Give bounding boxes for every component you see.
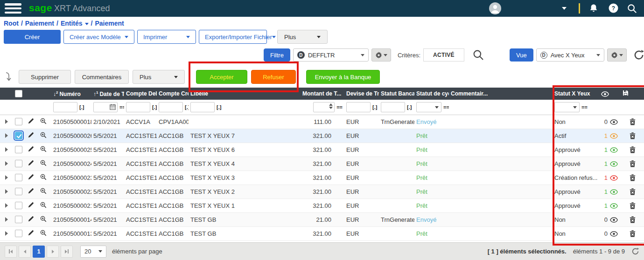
cell-delete[interactable]	[621, 143, 644, 157]
user-avatar[interactable]	[489, 2, 501, 16]
row-checkbox-cell[interactable]	[13, 143, 26, 157]
cell-eye-count[interactable]: 0	[599, 212, 621, 226]
creer-avec-modele-button[interactable]: Créer avec Modèle	[63, 30, 134, 44]
filter-operator[interactable]: [.]	[152, 104, 157, 110]
edit-icon[interactable]	[28, 132, 34, 138]
col-header-montant[interactable]: Montant de T...	[301, 88, 344, 100]
vue-dropdown[interactable]: D Avec X Yeux	[536, 48, 604, 62]
row-checkbox[interactable]	[15, 202, 22, 209]
col-header-statut_x[interactable]: Statut X Yeux	[553, 88, 599, 100]
table-row[interactable]: 2105050000182/10/2021ACCV1ACPV1AA0000...…	[0, 115, 644, 129]
refuser-button[interactable]: Refuser	[251, 70, 296, 84]
row-expander[interactable]	[0, 171, 13, 185]
col-header-debit[interactable]: Compte Debi...	[124, 88, 157, 100]
row-expander[interactable]	[0, 129, 13, 143]
table-row[interactable]: 2105050000245/5/2021ACC1STE1ED...ACC1GBT…	[0, 157, 644, 171]
row-checkbox-cell[interactable]	[13, 185, 26, 198]
edit-icon[interactable]	[28, 174, 34, 180]
cell-eye-count[interactable]: 1	[599, 185, 621, 198]
filter-operator[interactable]: [.]	[372, 104, 377, 110]
row-zoom-cell[interactable]	[38, 129, 51, 143]
row-checkbox[interactable]	[15, 118, 22, 125]
row-edit-cell[interactable]	[26, 129, 38, 143]
col-header-libelle[interactable]: Libelle	[189, 88, 301, 100]
cell-delete[interactable]	[621, 115, 644, 129]
row-expander[interactable]	[0, 143, 13, 157]
row-expander[interactable]	[0, 226, 13, 240]
table-row[interactable]: 2105050000135/5/2021ACC1STE1ED...ACC1GBT…	[0, 226, 644, 240]
row-checkbox[interactable]	[15, 230, 22, 237]
accepter-button[interactable]: Accepter	[196, 70, 247, 84]
user-menu-caret-icon[interactable]	[562, 7, 567, 10]
col-header-date[interactable]: ↑1Date de Tr...	[91, 88, 124, 100]
row-edit-cell[interactable]	[26, 226, 38, 240]
notifications-bell-icon[interactable]	[589, 4, 598, 14]
expand-icon[interactable]	[5, 175, 8, 180]
breadcrumb-paiement-2[interactable]: Paiement	[95, 20, 124, 27]
cell-delete[interactable]	[621, 157, 644, 171]
row-checkbox-cell[interactable]	[13, 157, 26, 171]
row-zoom-cell[interactable]	[38, 171, 51, 185]
cell-eye-count[interactable]: 1	[599, 129, 621, 143]
delete-icon[interactable]	[630, 118, 636, 125]
zoom-icon[interactable]	[40, 230, 47, 236]
row-checkbox[interactable]	[15, 146, 22, 153]
table-row[interactable]: 2105050000255/5/2021ACC1STE1ED...ACC1GBT…	[0, 143, 644, 157]
filter-input-debit[interactable]	[126, 102, 150, 112]
expand-icon[interactable]	[5, 133, 8, 138]
filter-operator[interactable]: ==	[443, 104, 449, 110]
row-zoom-cell[interactable]	[38, 143, 51, 157]
row-zoom-cell[interactable]	[38, 157, 51, 171]
cell-delete[interactable]	[621, 129, 644, 143]
row-edit-cell[interactable]	[26, 198, 38, 212]
expand-icon[interactable]	[5, 231, 8, 236]
vue-settings-button[interactable]	[607, 48, 627, 62]
filter-select-statut_cycle[interactable]	[416, 102, 441, 112]
row-expander[interactable]	[0, 198, 13, 212]
zoom-icon[interactable]	[40, 174, 47, 180]
cell-eye-count[interactable]: 1	[599, 171, 621, 185]
row-edit-cell[interactable]	[26, 143, 38, 157]
filtre-button[interactable]: Filtre	[264, 48, 290, 62]
delete-icon[interactable]	[630, 216, 636, 223]
cell-eye-count[interactable]: 0	[599, 226, 621, 240]
cell-eye-count[interactable]: 0	[599, 115, 621, 129]
row-checkbox[interactable]	[15, 216, 22, 223]
exporter-importer-button[interactable]: Exporter/Importer Fichier	[199, 30, 267, 44]
delete-icon[interactable]	[630, 188, 636, 195]
prev-page-button[interactable]	[19, 246, 31, 258]
table-row[interactable]: 2105050000225/5/2021ACC1STE1ED...ACC1GBT…	[0, 185, 644, 198]
row-checkbox[interactable]	[15, 160, 22, 167]
page-size-select[interactable]: 20	[80, 246, 106, 258]
row-zoom-cell[interactable]	[38, 226, 51, 240]
next-page-button[interactable]	[47, 246, 59, 258]
search-criteria-icon[interactable]	[473, 49, 484, 61]
row-checkbox-cell[interactable]	[13, 226, 26, 240]
row-expander[interactable]	[0, 115, 13, 129]
select-all-checkbox[interactable]	[15, 90, 22, 97]
filtre-dropdown[interactable]: D DEFFLTR	[293, 48, 369, 62]
row-checkbox[interactable]	[15, 174, 22, 181]
row-expander[interactable]	[0, 185, 13, 198]
col-header-statut_bancaire[interactable]: Statut Banca...	[379, 88, 414, 100]
cell-delete[interactable]	[621, 226, 644, 240]
commentaires-button[interactable]: Commentaires	[75, 70, 129, 84]
row-checkbox[interactable]	[15, 188, 22, 195]
first-page-button[interactable]	[5, 246, 17, 258]
row-edit-cell[interactable]	[26, 185, 38, 198]
cell-delete[interactable]	[621, 198, 644, 212]
zoom-icon[interactable]	[40, 202, 47, 208]
plus-button-primary[interactable]: Plus	[277, 30, 328, 44]
filter-operator[interactable]: ==	[119, 104, 124, 110]
breadcrumb-entites[interactable]: Entités	[61, 20, 83, 27]
expand-icon[interactable]	[5, 217, 8, 222]
row-checkbox-cell[interactable]	[13, 171, 26, 185]
edit-icon[interactable]	[28, 118, 34, 124]
delete-icon[interactable]	[630, 146, 636, 153]
imprimer-button[interactable]: Imprimer	[137, 30, 196, 44]
creer-button[interactable]: Créer	[4, 30, 61, 44]
table-row[interactable]: 2105050000265/5/2021ACC1STE1ED...ACC1GBT…	[0, 129, 644, 143]
breadcrumb-root[interactable]: Root	[4, 20, 19, 27]
zoom-icon[interactable]	[40, 146, 47, 152]
zoom-icon[interactable]	[40, 118, 47, 124]
